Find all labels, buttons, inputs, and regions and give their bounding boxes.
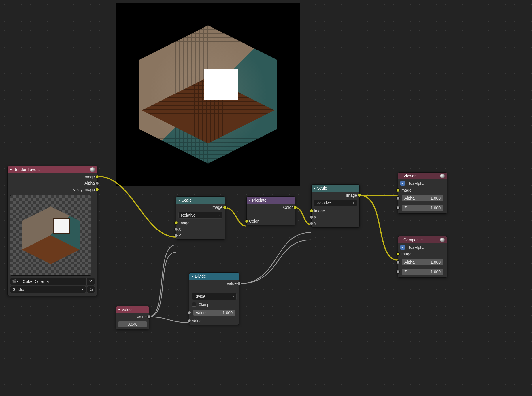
socket-alpha-out[interactable]: Alpha [8, 180, 97, 186]
scene-name[interactable]: Cube Diorama [20, 278, 87, 285]
socket-z-in[interactable]: Z 1.000 [398, 203, 447, 213]
node-title: Divide [195, 274, 206, 278]
socket-alpha-in[interactable]: Alpha 1.000 [398, 193, 447, 203]
socket-value2-in[interactable]: Value [189, 318, 239, 324]
socket-image-in[interactable]: Image [398, 187, 447, 193]
chevron-down-icon: ▾ [314, 187, 315, 190]
socket-color-in[interactable]: Color [247, 218, 295, 224]
chevron-down-icon: ▾ [400, 238, 402, 242]
scene-selector[interactable]: 🎬▾ Cube Diorama ✕ [10, 278, 95, 285]
socket-color-out[interactable]: Color [247, 204, 295, 211]
compositor-backdrop [116, 3, 300, 186]
node-title: Render Layers [13, 167, 40, 172]
socket-y-in[interactable]: Y [312, 220, 359, 227]
scene-icon[interactable]: 🎬▾ [10, 278, 20, 285]
socket-image-in[interactable]: Image [312, 208, 359, 214]
clamp-checkbox[interactable]: Clamp [189, 301, 239, 308]
node-title: Scale [182, 198, 192, 202]
checkbox-icon: ✓ [400, 245, 405, 250]
node-title: Pixelate [252, 198, 267, 202]
node-viewer[interactable]: ▾ Viewer ✓ Use Alpha Image Alpha 1.000 Z… [398, 172, 447, 214]
preview-icon[interactable] [440, 238, 445, 242]
socket-z-in[interactable]: Z 1.000 [398, 267, 447, 277]
node-render-layers[interactable]: ▾ Render Layers Image Alpha Noisy Image … [7, 166, 97, 296]
socket-y-in[interactable]: Y [176, 232, 225, 239]
scale-method-dropdown[interactable]: Relative ▾ [314, 200, 357, 206]
scale-method-dropdown[interactable]: Relative ▾ [178, 212, 222, 219]
socket-value-out[interactable]: Value [116, 314, 149, 320]
chevron-down-icon: ▾ [118, 308, 120, 311]
chevron-down-icon: ▾ [10, 168, 12, 171]
socket-image-out[interactable]: Image [312, 192, 359, 198]
math-operation-dropdown[interactable]: Divide ▾ [192, 293, 237, 300]
socket-image-out[interactable]: Image [176, 204, 225, 211]
node-title: Scale [317, 186, 327, 190]
preview-icon[interactable] [90, 167, 95, 172]
node-header[interactable]: ▾ Pixelate [247, 197, 295, 204]
socket-image-in[interactable]: Image [398, 251, 447, 257]
chevron-down-icon: ▾ [192, 275, 193, 278]
node-header[interactable]: ▾ Value [116, 306, 149, 313]
chevron-down-icon: ▾ [233, 295, 234, 298]
node-header[interactable]: ▾ Scale [176, 197, 225, 204]
node-title: Viewer [403, 174, 416, 178]
node-header[interactable]: ▾ Scale [312, 185, 359, 192]
socket-image-out[interactable]: Image [8, 174, 97, 180]
node-title: Value [122, 307, 132, 312]
socket-value-out[interactable]: Value [189, 280, 239, 287]
node-scale-1[interactable]: ▾ Scale Image Relative ▾ Image X Y [176, 196, 225, 240]
chevron-down-icon: ▾ [353, 202, 354, 204]
node-divide[interactable]: ▾ Divide Value Divide ▾ Clamp Value 1.00… [189, 272, 239, 325]
node-header[interactable]: ▾ Divide [189, 273, 239, 280]
node-header[interactable]: ▾ Composite [398, 236, 447, 243]
node-composite[interactable]: ▾ Composite ✓ Use Alpha Image Alpha 1.00… [398, 236, 447, 278]
node-value[interactable]: ▾ Value Value 0.040 [116, 306, 149, 329]
render-preview [10, 195, 91, 276]
use-alpha-checkbox[interactable]: ✓ Use Alpha [398, 180, 447, 187]
chevron-down-icon: ▾ [249, 199, 250, 202]
render-single-layer-button[interactable]: 🗂 [87, 286, 95, 293]
chevron-down-icon: ▾ [400, 175, 402, 178]
view-layer-dropdown[interactable]: Studio ▾ [10, 286, 86, 293]
socket-x-in[interactable]: X [176, 226, 225, 232]
node-pixelate[interactable]: ▾ Pixelate Color Color [246, 196, 295, 225]
node-title: Composite [403, 238, 423, 242]
node-header[interactable]: ▾ Render Layers [8, 166, 97, 173]
socket-image-in[interactable]: Image [176, 220, 225, 226]
preview-icon[interactable] [440, 174, 445, 178]
use-alpha-checkbox[interactable]: ✓ Use Alpha [398, 244, 447, 251]
scene-clear-button[interactable]: ✕ [87, 278, 95, 285]
chevron-down-icon: ▾ [82, 288, 83, 291]
socket-value1-in[interactable]: Value 1.000 [189, 308, 239, 318]
socket-alpha-in[interactable]: Alpha 1.000 [398, 257, 447, 267]
value-field[interactable]: 0.040 [118, 321, 147, 327]
socket-noisy-image-out[interactable]: Noisy Image [8, 186, 97, 193]
chevron-down-icon: ▾ [218, 214, 220, 217]
checkbox-icon [192, 302, 196, 307]
node-header[interactable]: ▾ Viewer [398, 173, 447, 179]
chevron-down-icon: ▾ [178, 199, 180, 202]
socket-x-in[interactable]: X [312, 214, 359, 220]
node-scale-2[interactable]: ▾ Scale Image Relative ▾ Image X Y [311, 184, 360, 228]
checkbox-icon: ✓ [400, 181, 405, 186]
